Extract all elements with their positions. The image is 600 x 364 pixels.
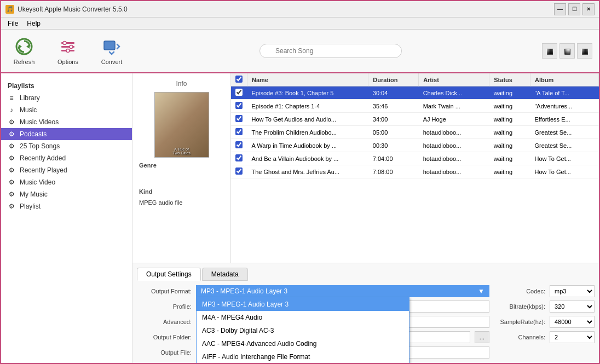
select-all-checkbox[interactable] — [235, 76, 243, 83]
bitrate-row: Bitrate(kbps): 320 — [496, 301, 595, 313]
browse-button[interactable]: ... — [475, 331, 489, 343]
menu-help[interactable]: Help — [22, 19, 45, 28]
cell-artist: Mark Twain ... — [419, 100, 489, 113]
format-label: Output Format: — [137, 288, 192, 294]
options-label: Options — [57, 59, 78, 65]
sidebar-item-recently-played[interactable]: ⚙ Recently Played — [1, 164, 132, 176]
sidebar-item-25-top-songs[interactable]: ⚙ 25 Top Songs — [1, 140, 132, 152]
album-art-text: A Tale ofTwo Cities — [157, 147, 206, 155]
sidebar-item-label-music-videos: Music Videos — [20, 118, 59, 126]
my-music-icon: ⚙ — [8, 190, 15, 198]
cell-album: "A Tale of T... — [530, 86, 598, 100]
codec-row: Codec: mp3 — [496, 285, 595, 297]
title-bar-left: 🎵 Ukeysoft Apple Music Converter 5.5.0 — [5, 5, 128, 14]
playlist-icon: ⚙ — [8, 203, 15, 210]
settings-grid: Output Format: MP3 - MPEG-1 Audio Layer … — [137, 285, 595, 359]
format-option-2[interactable]: AC3 - Dolby Digital AC-3 — [197, 324, 409, 337]
col-artist: Artist — [419, 73, 489, 86]
row-checkbox[interactable] — [235, 141, 243, 148]
row-checkbox[interactable] — [235, 102, 243, 109]
cell-artist: hotaudioboo... — [419, 165, 489, 178]
row-checkbox[interactable] — [235, 128, 243, 135]
cell-name: And Be a Villain Audiobook by ... — [247, 152, 368, 165]
cell-album: "Adventures... — [530, 100, 598, 113]
title-bar: 🎵 Ukeysoft Apple Music Converter 5.5.0 —… — [1, 1, 599, 18]
profile-label: Profile: — [137, 303, 192, 310]
music-videos-icon: ⚙ — [8, 118, 15, 126]
cell-status: waiting — [489, 86, 530, 100]
sidebar-item-music-video[interactable]: ⚙ Music Video — [1, 176, 132, 188]
row-checkbox[interactable] — [235, 167, 243, 175]
search-input[interactable] — [259, 44, 402, 58]
sidebar-item-label-music: Music — [20, 106, 37, 114]
tab-output-settings[interactable]: Output Settings — [137, 268, 201, 281]
format-dropdown-list: MP3 - MPEG-1 Audio Layer 3 M4A - MPEG4 A… — [196, 297, 409, 363]
table-row: How To Get Audios and Audio...34:00AJ Ho… — [231, 113, 599, 126]
file-label: Output File: — [137, 349, 192, 356]
refresh-button[interactable]: Refresh — [8, 34, 41, 67]
top-songs-icon: ⚙ — [8, 142, 15, 150]
maximize-button[interactable]: ☐ — [568, 3, 580, 15]
cell-album: Greatest Se... — [530, 139, 598, 152]
convert-icon — [102, 37, 122, 56]
song-table: Name Duration Artist Status Album Episod… — [231, 73, 599, 178]
bitrate-select[interactable]: 320 — [550, 301, 595, 313]
sidebar-item-podcasts[interactable]: ⚙ Podcasts — [1, 128, 132, 140]
sidebar-item-my-music[interactable]: ⚙ My Music — [1, 188, 132, 200]
cell-name: The Ghost and Mrs. Jeffries Au... — [247, 165, 368, 178]
folder-label: Output Folder: — [137, 334, 192, 340]
cell-status: waiting — [489, 113, 530, 126]
view-button-1[interactable]: ▦ — [542, 43, 557, 59]
minimize-button[interactable]: — — [554, 3, 566, 15]
kind-value: MPEG audio file — [139, 199, 182, 206]
format-option-0[interactable]: MP3 - MPEG-1 Audio Layer 3 — [197, 298, 409, 311]
podcasts-icon: ⚙ — [8, 130, 15, 138]
sidebar-item-label-music-video: Music Video — [20, 178, 55, 186]
sidebar-item-label-recently-played: Recently Played — [20, 166, 67, 174]
table-row: The Ghost and Mrs. Jeffries Au...7:08:00… — [231, 165, 599, 178]
view-buttons: ▦ ▦ ▦ — [542, 43, 592, 59]
format-option-1[interactable]: M4A - MPEG4 Audio — [197, 311, 409, 324]
sidebar-item-recently-added[interactable]: ⚙ Recently Added — [1, 152, 132, 164]
convert-button[interactable]: Convert — [95, 34, 128, 67]
tab-metadata[interactable]: Metadata — [202, 268, 248, 281]
sidebar-item-music[interactable]: ♪ Music — [1, 104, 132, 116]
cell-artist: hotaudioboo... — [419, 126, 489, 139]
output-tabs: Output Settings Metadata — [137, 268, 595, 281]
row-checkbox[interactable] — [235, 115, 243, 122]
sidebar-item-playlist[interactable]: ⚙ Playlist — [1, 200, 132, 212]
cell-duration: 05:00 — [368, 126, 419, 139]
app-icon: 🎵 — [5, 5, 14, 14]
sidebar-item-label-playlist: Playlist — [20, 203, 41, 210]
cell-duration: 30:04 — [368, 86, 419, 100]
svg-rect-9 — [104, 41, 115, 50]
cell-status: waiting — [489, 100, 530, 113]
table-row: Episode #3: Book 1, Chapter 530:04Charle… — [231, 86, 599, 100]
music-video-icon: ⚙ — [8, 178, 15, 186]
sidebar: Playlists ≡ Library ♪ Music ⚙ Music Vide… — [1, 73, 132, 363]
close-button[interactable]: ✕ — [582, 3, 595, 15]
channels-select[interactable]: 2 — [550, 331, 595, 343]
samplerate-select[interactable]: 48000 — [550, 316, 595, 328]
dropdown-arrow: ▼ — [478, 287, 484, 295]
format-option-3[interactable]: AAC - MPEG4-Advanced Audio Coding — [197, 337, 409, 350]
sidebar-item-library[interactable]: ≡ Library — [1, 92, 132, 104]
codec-select[interactable]: mp3 — [550, 285, 595, 297]
recently-played-icon: ⚙ — [8, 166, 15, 174]
cell-duration: 00:30 — [368, 139, 419, 152]
row-checkbox[interactable] — [235, 89, 243, 96]
sidebar-item-music-videos[interactable]: ⚙ Music Videos — [1, 116, 132, 128]
samplerate-row: SampleRate(hz): 48000 — [496, 316, 595, 328]
format-option-4[interactable]: AIFF - Audio Interchange File Format — [197, 350, 409, 363]
options-button[interactable]: Options — [51, 34, 84, 67]
cell-status: waiting — [489, 152, 530, 165]
menu-file[interactable]: File — [3, 19, 22, 28]
song-table-wrapper: Name Duration Artist Status Album Episod… — [231, 73, 599, 263]
format-dropdown[interactable]: MP3 - MPEG-1 Audio Layer 3 ▼ — [196, 285, 489, 297]
cell-album: How To Get... — [530, 152, 598, 165]
options-icon — [58, 37, 78, 56]
row-checkbox[interactable] — [235, 154, 243, 161]
refresh-icon — [14, 37, 34, 56]
view-button-3[interactable]: ▦ — [577, 43, 592, 59]
view-button-2[interactable]: ▦ — [559, 43, 575, 59]
